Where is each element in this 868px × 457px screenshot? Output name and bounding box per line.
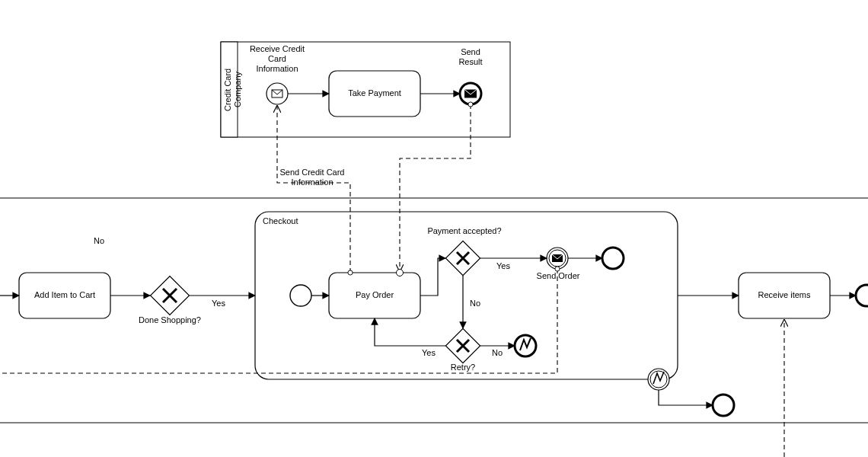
end-event-far-right[interactable] <box>856 285 868 306</box>
event-send-result[interactable] <box>460 83 481 104</box>
svg-point-24 <box>856 285 868 306</box>
task-pay-order[interactable] <box>329 273 420 318</box>
svg-point-3 <box>266 83 288 104</box>
svg-point-19 <box>602 248 624 269</box>
start-event-checkout[interactable] <box>290 285 311 306</box>
task-take-payment[interactable] <box>329 71 420 117</box>
svg-point-11 <box>290 285 311 306</box>
end-event-after-error[interactable] <box>713 395 734 416</box>
task-add-item-to-cart[interactable] <box>19 273 110 318</box>
boundary-error-event[interactable] <box>648 369 669 390</box>
svg-rect-23 <box>739 273 830 318</box>
event-send-order[interactable] <box>547 248 568 269</box>
task-receive-items[interactable] <box>739 273 830 318</box>
end-event-checkout[interactable] <box>602 248 624 269</box>
msg-endpoint-payorder <box>397 270 404 276</box>
svg-point-22 <box>713 395 734 416</box>
svg-rect-9 <box>19 273 110 318</box>
svg-rect-12 <box>329 273 420 318</box>
svg-rect-2 <box>221 42 238 137</box>
flow-boundary-to-end <box>659 390 713 405</box>
svg-rect-5 <box>329 71 420 117</box>
event-receive-cc-info[interactable] <box>266 83 288 104</box>
svg-point-15 <box>515 335 536 356</box>
svg-point-21 <box>650 371 667 388</box>
gateway-done-shopping[interactable] <box>151 276 190 315</box>
event-error-end[interactable] <box>515 335 536 356</box>
